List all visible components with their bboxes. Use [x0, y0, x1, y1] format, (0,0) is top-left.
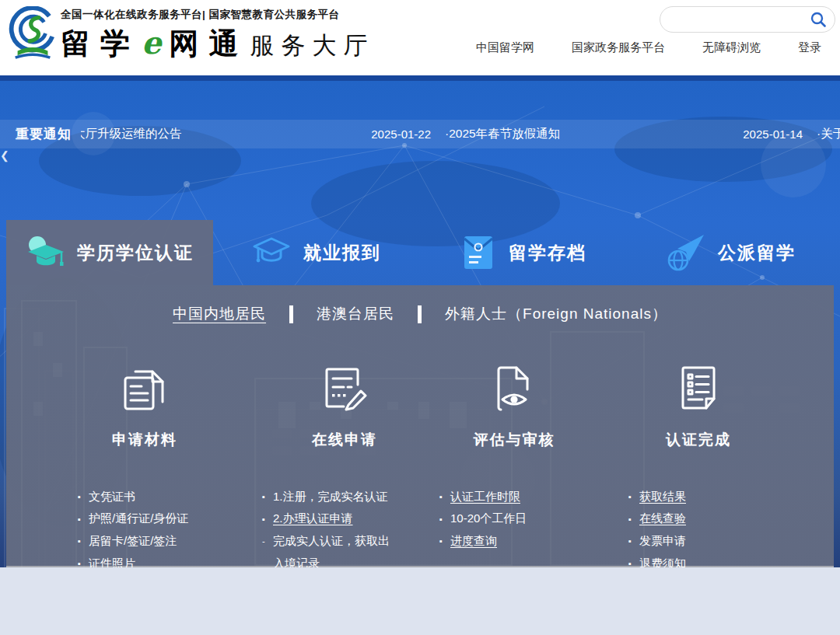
bullet: ▪	[628, 492, 639, 501]
stage-title: 评估与审核	[424, 430, 604, 450]
stage-title: 在线申请	[254, 430, 435, 450]
notice-date: 2025-01-14	[743, 127, 803, 141]
site-logo	[8, 6, 59, 64]
documents-icon	[114, 360, 175, 419]
stage-certification-complete: 认证完成 ▪获取结果 ▪在线查验 ▪发票申请 ▪退费须知	[608, 354, 789, 450]
list-item[interactable]: ▪发票申请	[628, 530, 789, 553]
brand-title: 留学 e 网通 服务大厅	[61, 24, 374, 64]
list-item[interactable]: ▪1.注册，完成实名认证	[262, 486, 435, 508]
tab-degree-certification[interactable]: 学历学位认证	[6, 220, 213, 285]
list-item-label: 居留卡/签证/签注	[89, 534, 177, 549]
stage-evaluation-review: 评估与审核 ▪认证工作时限 ▪10-20个工作日 ▪进度查询	[424, 354, 604, 450]
brand-e: e	[142, 24, 161, 61]
hero-banner: 重要通知 大厅升级运维的公告 2025-01-22 ·2025年春节放假通知 2…	[0, 75, 840, 567]
archive-envelope-icon	[460, 234, 496, 271]
notice-title[interactable]: 大厅升级运维的公告	[81, 126, 182, 142]
list-item[interactable]: ▪认证工作时限	[439, 486, 604, 508]
bullet: ▪	[628, 536, 639, 546]
list-item[interactable]: ▪文凭证书	[78, 486, 235, 508]
notice-label: 重要通知	[16, 125, 72, 143]
tab-label: 就业报到	[303, 241, 381, 265]
notice-title[interactable]: ·关于服务大厅对外	[817, 126, 840, 142]
list-item-label: 进度查询	[450, 534, 497, 549]
service-tabs: 学历学位认证 就业报到 留学存档	[6, 220, 834, 285]
list-item[interactable]: ▪获取结果	[628, 486, 789, 508]
graduation-cap-outline-icon	[252, 234, 291, 271]
document-review-icon	[484, 360, 544, 419]
audience-tabs: 中国内地居民 港澳台居民 外籍人士（Foreign Nationals）	[6, 304, 834, 324]
site-header: 全国一体化在线政务服务平台| 国家智慧教育公共服务平台 留学 e 网通 服务大厅…	[0, 0, 840, 75]
page-background-below-banner	[0, 567, 840, 635]
header-titles: 全国一体化在线政务服务平台| 国家智慧教育公共服务平台 留学 e 网通 服务大厅	[61, 8, 374, 64]
nav-link-cscse[interactable]: 中国留学网	[476, 40, 534, 55]
search-box[interactable]	[660, 6, 835, 33]
list-item[interactable]: ▪在线查验	[628, 508, 789, 531]
brand-suffix: 服务大厅	[250, 30, 374, 62]
stage-application-materials: 申请材料 ▪文凭证书 ▪护照/通行证/身份证 ▪居留卡/签证/签注 ▪证件照片 …	[54, 354, 235, 450]
list-item[interactable]: ▪居留卡/签证/签注	[78, 530, 235, 553]
list-item-label: 获取结果	[639, 490, 686, 504]
list-item[interactable]: ▪10-20个工作日	[439, 508, 604, 531]
list-item-label: 完成实人认证，获取出	[273, 534, 390, 549]
carousel-prev-icon[interactable]: ❮	[0, 150, 9, 161]
tab-label: 学历学位认证	[77, 241, 194, 265]
list-item[interactable]: ▪护照/通行证/身份证	[78, 508, 235, 531]
bullet: ▪	[78, 492, 89, 501]
bullet: ▪	[439, 536, 450, 546]
tab-label: 留学存档	[509, 241, 586, 265]
tab-employment-registration[interactable]: 就业报到	[213, 220, 420, 285]
brand-part2: 网通	[169, 24, 248, 64]
checklist-document-icon	[668, 360, 729, 419]
bullet: ▪	[439, 515, 450, 524]
list-item[interactable]: ▪2.办理认证申请	[262, 508, 435, 531]
list-item-label: 文凭证书	[89, 490, 135, 504]
bullet: ▪	[78, 515, 89, 524]
plane-globe-icon	[665, 233, 705, 272]
cscse-logo-icon	[8, 6, 59, 64]
tab-label: 公派留学	[718, 241, 796, 265]
list-item[interactable]: ▪进度查询	[439, 530, 604, 553]
bullet: ▪	[262, 492, 273, 501]
subtab-separator	[289, 305, 293, 323]
notice-item[interactable]: ·关于服务大厅对外	[817, 126, 840, 142]
bullet: ▪	[628, 515, 639, 524]
list-item[interactable]: -完成实人认证，获取出	[262, 530, 435, 553]
stage-links: ▪认证工作时限 ▪10-20个工作日 ▪进度查询	[424, 486, 604, 553]
notice-ticker: 大厅升级运维的公告 2025-01-22 ·2025年春节放假通知 2025-0…	[81, 126, 840, 142]
form-edit-icon	[314, 360, 375, 419]
subtab-separator	[418, 305, 422, 323]
list-item-label: 10-20个工作日	[450, 511, 527, 526]
stage-title: 申请材料	[54, 430, 235, 450]
stage-online-application: 在线申请 ▪1.注册，完成实名认证 ▪2.办理认证申请 -完成实人认证，获取出 …	[254, 354, 435, 450]
list-item-label: 护照/通行证/身份证	[89, 511, 188, 526]
bullet: ▪	[78, 536, 89, 546]
tab-government-sponsored[interactable]: 公派留学	[627, 220, 834, 285]
notice-date: 2025-01-22	[371, 127, 431, 141]
notice-title[interactable]: ·2025年春节放假通知	[445, 126, 560, 142]
top-nav: 中国留学网 国家政务服务平台 无障碍浏览 登录	[476, 40, 821, 55]
list-item-label: 发票申请	[639, 534, 686, 549]
notice-track: 大厅升级运维的公告 2025-01-22 ·2025年春节放假通知 2025-0…	[81, 126, 840, 142]
bullet: ▪	[262, 515, 273, 524]
nav-link-accessibility[interactable]: 无障碍浏览	[702, 40, 761, 55]
tab-study-abroad-archive[interactable]: 留学存档	[420, 220, 627, 285]
notice-bar: 重要通知 大厅升级运维的公告 2025-01-22 ·2025年春节放假通知 2…	[0, 120, 840, 148]
graduation-cap-person-icon	[26, 234, 65, 271]
subtab-foreign-nationals[interactable]: 外籍人士（Foreign Nationals）	[445, 304, 667, 324]
subtab-mainland-residents[interactable]: 中国内地居民	[173, 304, 266, 324]
search-icon[interactable]	[810, 11, 827, 28]
subtab-hk-macao-taiwan[interactable]: 港澳台居民	[317, 304, 394, 324]
nav-link-gov-platform[interactable]: 国家政务服务平台	[572, 40, 665, 55]
stage-links: ▪获取结果 ▪在线查验 ▪发票申请 ▪退费须知	[608, 486, 789, 574]
list-item-label: 1.注册，完成实名认证	[273, 490, 388, 504]
nav-link-login[interactable]: 登录	[798, 40, 821, 55]
notice-item[interactable]: 大厅升级运维的公告 2025-01-22	[81, 126, 445, 142]
brand-part1: 留学	[61, 24, 140, 64]
list-item-label: 在线查验	[639, 511, 686, 526]
notice-item[interactable]: ·2025年春节放假通知 2025-01-14	[445, 126, 817, 142]
list-item-label: 2.办理认证申请	[273, 511, 353, 526]
page: 全国一体化在线政务服务平台| 国家智慧教育公共服务平台 留学 e 网通 服务大厅…	[0, 0, 840, 635]
bullet: -	[262, 536, 273, 546]
search-input[interactable]	[673, 13, 810, 26]
bullet: ▪	[439, 492, 450, 501]
